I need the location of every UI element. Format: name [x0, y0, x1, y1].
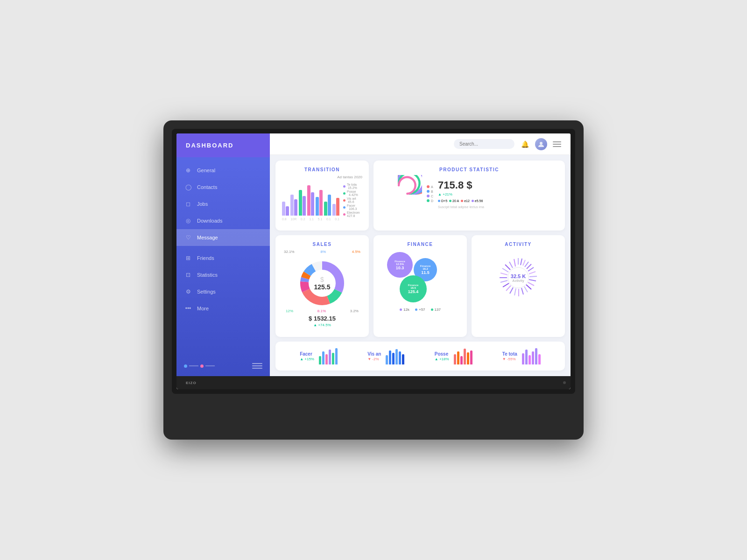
mini-bars-facer	[319, 348, 338, 364]
sidebar-label: General	[197, 168, 215, 173]
mini-stat-label: Vis an	[367, 351, 381, 357]
activity-center: 32.5 K Activity	[511, 273, 526, 282]
monitor-bottom-bar: EIZO	[176, 376, 571, 389]
transition-legend: Te tota 15.2% Posse 4.42% Vis art 45.6	[343, 183, 362, 218]
transition-subtitle: Ad tantas 2020	[282, 175, 362, 179]
sidebar-nav: ⊕ General ◯ Contacts ◻ Jobs ◎	[176, 157, 270, 356]
sidebar-title: DASHBOARD	[176, 133, 270, 157]
transition-title: TRANSITION	[282, 167, 362, 172]
activity-card: ACTIVITY generated	[472, 235, 565, 337]
sales-card: SALES 32.1% 8% 4.5%	[275, 235, 369, 337]
prod-legend: A B C D	[427, 185, 433, 203]
search-input[interactable]	[454, 139, 514, 149]
bubble-1: Finance 12.5% 10.3	[387, 252, 413, 278]
mini-stat-label: Te tota	[502, 351, 517, 357]
monitor: DASHBOARD ⊕ General ◯ Contacts ◻ Jobs	[163, 120, 584, 440]
svg-line-33	[514, 259, 515, 266]
sidebar-item-settings[interactable]: ⚙ Settings	[176, 283, 270, 300]
notification-icon[interactable]: 🔔	[520, 140, 529, 149]
svg-line-31	[505, 265, 510, 270]
svg-line-27	[500, 280, 507, 282]
svg-line-30	[502, 268, 508, 272]
sales-change: ▲ +74.5%	[282, 323, 362, 327]
screen: DASHBOARD ⊕ General ◯ Contacts ◻ Jobs	[176, 133, 571, 389]
header: 🔔	[270, 133, 571, 155]
svg-line-24	[510, 287, 513, 294]
svg-line-23	[514, 288, 516, 295]
bubble-3: Finance 18.5 125.4	[400, 275, 427, 302]
sidebar-item-contacts[interactable]: ◯ Contacts	[176, 179, 270, 196]
transition-chart	[282, 183, 339, 216]
mini-stat-tetota: Te tota ▼ -55%	[502, 348, 541, 364]
product-labels: D+5 20 A e12 e5.56	[438, 199, 558, 203]
mini-stat-label: Posse	[435, 351, 449, 357]
mini-stat-change: ▼ -2%	[367, 357, 381, 361]
sidebar-label: Contacts	[197, 184, 217, 190]
svg-line-20	[524, 287, 528, 292]
product-title: PRODUCT STATISTIC	[380, 167, 558, 172]
svg-line-13	[527, 264, 531, 269]
sidebar-label: Settings	[197, 289, 216, 294]
cards-grid: TRANSITION Ad tantas 2020	[270, 155, 571, 376]
sidebar-item-statistics[interactable]: ⊡ Statistics	[176, 266, 270, 283]
product-card: PRODUCT STATISTIC	[374, 161, 565, 231]
product-desc: Suscipit totali adipise lectus ima	[438, 205, 558, 209]
general-icon: ⊕	[184, 166, 192, 175]
sidebar-item-message[interactable]: ♡ Message	[176, 229, 270, 246]
mini-stat-label: Facer	[300, 351, 314, 357]
mini-stat-posse: Posse ▲ +18%	[435, 348, 472, 364]
mini-bars-visan	[386, 348, 404, 364]
sidebar-label: Downloads	[197, 218, 222, 224]
sidebar-item-friends[interactable]: ⊞ Friends	[176, 250, 270, 266]
sidebar-item-general[interactable]: ⊕ General	[176, 162, 270, 179]
sidebar-item-downloads[interactable]: ◎ Downloads	[176, 212, 270, 229]
svg-line-19	[526, 285, 531, 289]
product-card-inner: A B C D 715.8 $ ▲ +21%	[380, 175, 558, 212]
product-change: ▲ +21%	[438, 192, 558, 196]
statistics-icon: ⊡	[184, 271, 192, 279]
avatar[interactable]	[535, 138, 547, 150]
menu-icon[interactable]	[553, 141, 561, 147]
dashboard: DASHBOARD ⊕ General ◯ Contacts ◻ Jobs	[176, 133, 571, 376]
transition-card: TRANSITION Ad tantas 2020	[275, 161, 369, 231]
svg-point-0	[540, 142, 543, 145]
monitor-stand	[172, 394, 575, 440]
mini-stat-change: ▼ -55%	[502, 357, 517, 361]
donut-container: $ 125.5	[282, 258, 362, 309]
finance-card: FINANCE Finance 12.5% 10.3 Finance	[374, 235, 467, 337]
sidebar-label: Message	[197, 235, 218, 240]
svg-line-25	[506, 286, 511, 291]
mini-stat-change: ▲ +18%	[435, 357, 449, 361]
svg-line-10	[521, 259, 522, 265]
sidebar-label: Jobs	[197, 201, 208, 207]
sidebar-label: More	[197, 306, 209, 311]
friends-icon: ⊞	[184, 254, 192, 262]
mini-stat-visan: Vis an ▼ -2%	[367, 348, 404, 364]
svg-line-29	[500, 273, 507, 275]
contacts-icon: ◯	[184, 183, 192, 191]
message-icon: ♡	[184, 233, 192, 242]
mini-bars-tetota	[522, 348, 541, 364]
settings-icon: ⚙	[184, 287, 192, 296]
sidebar-item-jobs[interactable]: ◻ Jobs	[176, 196, 270, 212]
sidebar: DASHBOARD ⊕ General ◯ Contacts ◻ Jobs	[176, 133, 270, 376]
screen-bezel: DASHBOARD ⊕ General ◯ Contacts ◻ Jobs	[172, 129, 575, 394]
finance-stats: 12k +57 137	[380, 308, 460, 312]
finance-bubbles: Finance 12.5% 10.3 Finance 16.2 11.5	[380, 250, 460, 306]
finance-title: FINANCE	[380, 242, 460, 247]
svg-line-21	[521, 288, 523, 294]
mini-stat-facer: Facer ▲ +15%	[300, 348, 338, 364]
donut-center: $ 125.5	[314, 276, 330, 291]
product-info: 715.8 $ ▲ +21% D+5 20 A e12	[438, 179, 558, 209]
svg-line-11	[523, 260, 525, 266]
svg-line-16	[529, 276, 537, 277]
svg-line-26	[503, 283, 509, 287]
mini-stat-change: ▲ +15%	[300, 357, 314, 361]
sidebar-bottom	[176, 356, 270, 376]
downloads-icon: ◎	[184, 217, 192, 225]
svg-line-15	[529, 272, 536, 274]
sidebar-item-more[interactable]: ••• More	[176, 300, 270, 317]
svg-line-18	[528, 282, 534, 286]
svg-line-14	[528, 267, 534, 271]
sales-title: SALES	[282, 242, 362, 247]
